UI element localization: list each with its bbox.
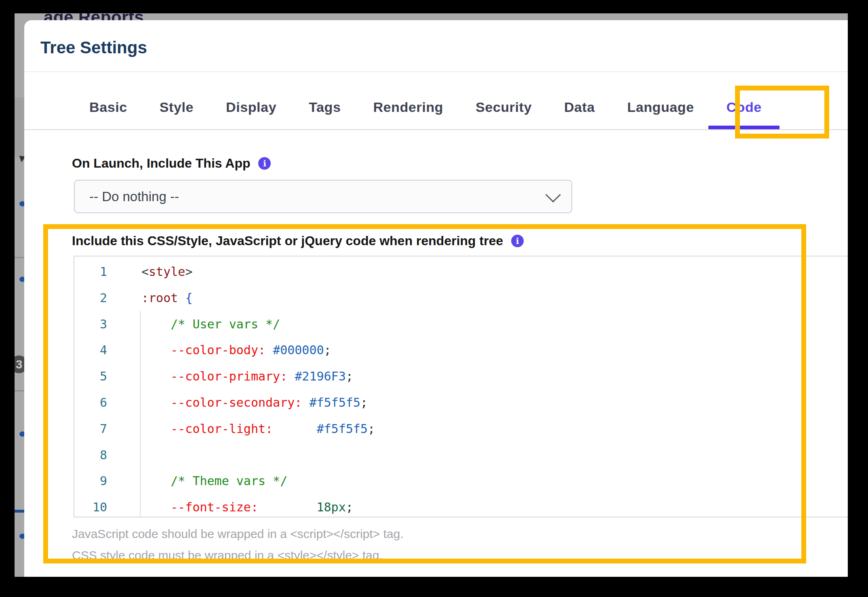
code-editor[interactable]: 1<style>2:root {3 /* User vars */4 --col… bbox=[74, 256, 848, 517]
code-line-text bbox=[107, 442, 141, 469]
code-line-text: :root { bbox=[107, 285, 192, 311]
code-include-label: Include this CSS/Style, JavaScript or jQ… bbox=[72, 233, 503, 248]
tab-code[interactable]: Code bbox=[726, 85, 761, 129]
code-line-text: --font-size: 18px; bbox=[107, 494, 353, 517]
code-line: 2:root { bbox=[74, 285, 848, 311]
code-line-text: /* Theme vars */ bbox=[107, 468, 287, 494]
code-line-text: <style> bbox=[107, 259, 192, 285]
tab-language[interactable]: Language bbox=[627, 85, 694, 129]
settings-tab-bar: BasicStyleDisplayTagsRenderingSecurityDa… bbox=[24, 71, 848, 130]
code-help-note: CSS style code must be wrapped in a <sty… bbox=[72, 544, 403, 566]
background-section-block bbox=[15, 97, 25, 157]
code-line: 9 /* Theme vars */ bbox=[74, 468, 848, 494]
info-icon[interactable]: i bbox=[511, 235, 524, 247]
code-line: 8 bbox=[74, 442, 848, 469]
code-line: 1<style> bbox=[74, 259, 848, 285]
tab-style[interactable]: Style bbox=[160, 85, 194, 129]
modal-title: Tree Settings bbox=[40, 38, 147, 57]
info-icon[interactable]: i bbox=[258, 157, 271, 170]
tab-rendering[interactable]: Rendering bbox=[373, 85, 443, 129]
code-help-note: JavaScript code should be wrapped in a <… bbox=[72, 523, 403, 544]
screenshot-frame: age Reports 3 Tree Settings BasicStyleDi… bbox=[0, 0, 868, 597]
tree-settings-modal: Tree Settings BasicStyleDisplayTagsRende… bbox=[24, 20, 848, 577]
code-line: 5 --color-primary: #2196F3; bbox=[74, 364, 848, 390]
background-navy-divider bbox=[15, 510, 25, 513]
line-number: 3 bbox=[74, 311, 107, 338]
on-launch-field: On Launch, Include This App i bbox=[72, 156, 271, 171]
chevron-down-icon bbox=[546, 187, 561, 202]
line-number: 7 bbox=[74, 416, 107, 442]
tab-security[interactable]: Security bbox=[476, 85, 532, 129]
background-divider bbox=[15, 390, 25, 391]
tab-tags[interactable]: Tags bbox=[309, 85, 341, 129]
line-number: 2 bbox=[74, 285, 107, 311]
on-launch-label: On Launch, Include This App bbox=[72, 156, 250, 171]
code-line: 10 --font-size: 18px; bbox=[74, 494, 848, 517]
code-line-text: /* User vars */ bbox=[107, 311, 280, 338]
tab-basic[interactable]: Basic bbox=[89, 85, 127, 129]
code-line: 6 --color-secondary: #f5f5f5; bbox=[74, 390, 848, 416]
line-number: 10 bbox=[74, 494, 107, 517]
code-line-text: --color-light: #f5f5f5; bbox=[107, 416, 375, 442]
line-number: 8 bbox=[74, 442, 107, 469]
line-number: 4 bbox=[74, 337, 107, 364]
on-launch-select[interactable]: -- Do nothing -- bbox=[74, 180, 572, 213]
code-line: 7 --color-light: #f5f5f5; bbox=[74, 416, 848, 442]
code-line-text: --color-body: #000000; bbox=[107, 337, 331, 364]
code-line-text: --color-primary: #2196F3; bbox=[107, 364, 353, 390]
code-line: 3 /* User vars */ bbox=[74, 311, 848, 338]
line-number: 1 bbox=[74, 259, 107, 285]
select-value: -- Do nothing -- bbox=[89, 189, 546, 204]
tab-data[interactable]: Data bbox=[564, 85, 595, 129]
code-line: 4 --color-body: #000000; bbox=[74, 337, 848, 364]
line-number: 9 bbox=[74, 468, 107, 494]
code-include-field: Include this CSS/Style, JavaScript or jQ… bbox=[72, 233, 524, 248]
code-line-text: --color-secondary: #f5f5f5; bbox=[107, 390, 368, 416]
line-number: 5 bbox=[74, 364, 107, 390]
code-help-notes: JavaScript code should be wrapped in a <… bbox=[72, 523, 403, 566]
code-editor-lines: 1<style>2:root {3 /* User vars */4 --col… bbox=[74, 259, 848, 517]
line-number: 6 bbox=[74, 390, 107, 416]
dimmed-page-background: age Reports 3 Tree Settings BasicStyleDi… bbox=[15, 13, 848, 577]
background-divider bbox=[15, 257, 25, 258]
tab-display[interactable]: Display bbox=[226, 85, 276, 129]
